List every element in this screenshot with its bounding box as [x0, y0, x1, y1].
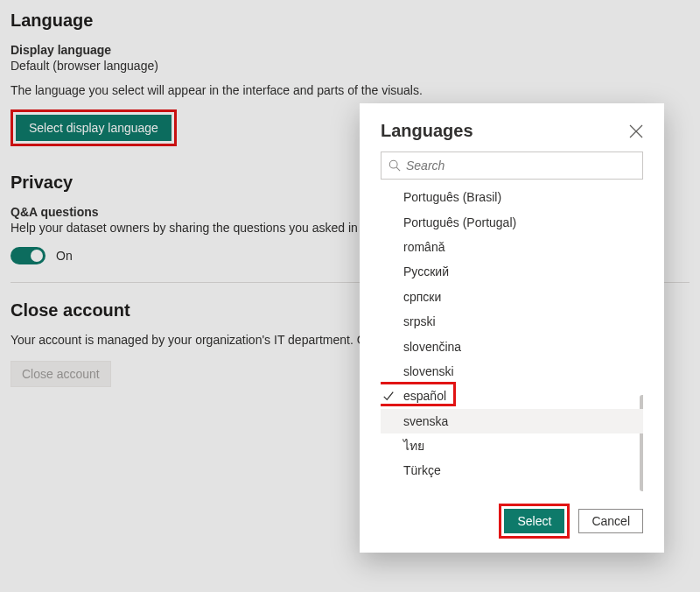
language-list[interactable]: Português (Brasil)Português (Portugal)ro…	[381, 185, 643, 495]
svg-line-3	[396, 167, 400, 171]
svg-point-2	[389, 160, 397, 168]
language-option[interactable]: slovenčina	[381, 334, 643, 358]
language-option[interactable]: română	[381, 235, 643, 259]
language-option-label: Português (Brasil)	[403, 190, 501, 204]
search-input[interactable]	[406, 159, 635, 173]
language-option[interactable]: Русский	[381, 259, 643, 284]
select-button-highlight: Select	[499, 504, 570, 539]
search-icon	[388, 159, 401, 172]
language-option[interactable]: español	[381, 384, 643, 408]
language-option[interactable]: Português (Portugal)	[381, 209, 643, 234]
language-option[interactable]: ไทย	[381, 433, 643, 458]
language-option[interactable]: ..	[381, 483, 643, 495]
language-option-label: Türkçe	[403, 463, 441, 477]
language-option[interactable]: slovenski	[381, 359, 643, 384]
checkmark-icon	[381, 390, 396, 402]
language-option-label: svenska	[403, 414, 448, 428]
language-option[interactable]: Türkçe	[381, 458, 643, 483]
language-option[interactable]: српски	[381, 285, 643, 309]
language-option-label: srpski	[403, 314, 436, 328]
language-option-label: slovenski	[403, 364, 454, 378]
language-option-label: română	[403, 240, 444, 254]
language-option-label: Português (Portugal)	[403, 215, 516, 229]
language-option[interactable]: srpski	[381, 309, 643, 334]
language-option[interactable]: svenska	[381, 409, 643, 433]
language-option-label: español	[403, 389, 446, 403]
search-input-wrapper[interactable]	[381, 152, 643, 180]
close-icon[interactable]	[629, 124, 643, 138]
cancel-button[interactable]: Cancel	[578, 509, 643, 533]
language-option-label: Русский	[403, 264, 449, 278]
language-option-label: ..	[403, 489, 410, 495]
languages-modal: Languages Português (Brasil)Português (P…	[360, 103, 664, 553]
select-button[interactable]: Select	[504, 509, 564, 533]
language-option-label: ไทย	[403, 436, 424, 455]
language-option-label: српски	[403, 290, 441, 304]
language-option[interactable]: Português (Brasil)	[381, 185, 643, 209]
language-option-label: slovenčina	[403, 340, 461, 354]
modal-title: Languages	[381, 121, 473, 141]
